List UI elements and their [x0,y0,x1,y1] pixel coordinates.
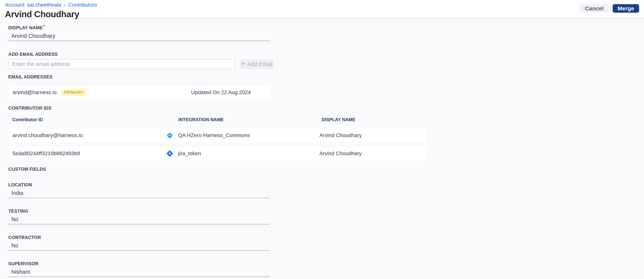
integration-cell: jira_token [166,150,319,157]
top-bar: Account: sai.cheethirala › Contributors … [0,0,644,18]
custom-field-value-testing[interactable]: No [8,216,270,224]
primary-badge: PRIMARY [62,89,86,96]
email-address-list-item: arvind@harness.io PRIMARY Updated On 22 … [8,85,270,99]
email-updated-on: Updated On 22 Aug 2024 [191,89,251,95]
custom-field-value-supervisor[interactable]: Nishant [8,268,270,277]
contributor-ids-label: CONTRIBUTOR IDS [8,106,639,111]
table-row: arvind.choudhary@harness.io </> QA HZero… [8,128,427,143]
breadcrumb-account-link[interactable]: Account: sai.cheethirala [5,2,61,8]
email-input[interactable] [8,59,235,69]
custom-field-value-location[interactable]: India [8,189,270,198]
contributor-id-cell: 5eda80244ff3210b882493b9 [8,150,166,156]
breadcrumb-contributors-link[interactable]: Contributors [68,2,97,8]
email-addresses-label: EMAIL ADDRESSES [8,74,639,80]
display-name-cell: Arvind Choudhary [319,132,427,138]
custom-field-label-supervisor: SUPERVISOR [8,261,639,266]
contributor-ids-table-header: Contributor ID INTEGRATION NAME DISPLAY … [8,117,427,122]
page-title: Arvind Choudhary [5,9,97,19]
custom-fields-label: CUSTOM FIELDS [8,167,639,172]
display-name-field[interactable]: Arvind Choudhary [8,32,270,41]
custom-field-label-location: LOCATION [8,182,639,187]
add-email-button-label: Add Email [248,61,272,67]
email-address-value: arvind@harness.io [12,89,57,95]
cancel-button[interactable]: Cancel [580,4,608,13]
main-content: DISPLAY NAME* Arvind Choudhary ADD EMAIL… [0,18,644,279]
code-integration-icon: </> [166,132,173,139]
custom-field-label-testing: TESTING [8,208,639,214]
display-name-label: DISPLAY NAME* [8,24,639,31]
plus-icon: + [241,60,245,67]
contributor-id-cell: arvind.choudhary@harness.io [8,132,166,138]
table-row: 5eda80244ff3210b882493b9 jira_token Arvi… [8,146,427,161]
column-header-display-name: DISPLAY NAME [319,117,427,122]
custom-field-label-contractor: CONTRACTOR [8,235,639,240]
integration-cell: </> QA HZero Harness_Commons [166,132,319,139]
column-header-integration-name: INTEGRATION NAME [166,117,319,122]
add-email-label: ADD EMAIL ADDRESS [8,52,639,57]
integration-name: jira_token [178,150,201,156]
header-actions: Cancel Merge [580,4,639,13]
integration-name: QA HZero Harness_Commons [178,132,250,138]
contributor-detail-page: Account: sai.cheethirala › Contributors … [0,0,644,279]
display-name-label-text: DISPLAY NAME [8,25,43,30]
breadcrumb: Account: sai.cheethirala › Contributors [5,2,97,8]
breadcrumb-chevron-icon: › [64,2,66,8]
custom-field-value-contractor[interactable]: No [8,242,270,251]
add-email-row: + Add Email [8,59,639,69]
add-email-button[interactable]: + Add Email [240,59,274,69]
merge-button[interactable]: Merge [613,4,639,13]
display-name-cell: Arvind Choudhary [319,150,427,156]
svg-text:</>: </> [168,134,172,137]
top-bar-left: Account: sai.cheethirala › Contributors … [5,2,97,19]
required-asterisk: * [43,24,45,29]
jira-icon [166,150,173,157]
column-header-contributor-id: Contributor ID [8,117,166,122]
